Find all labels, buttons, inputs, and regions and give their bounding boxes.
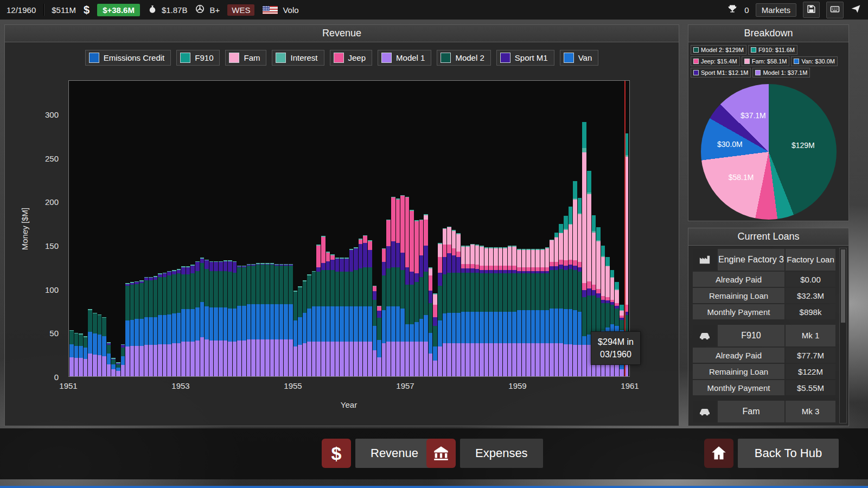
revenue-bar-month[interactable] [228, 81, 232, 376]
revenue-bar-month[interactable] [279, 81, 284, 376]
revenue-bar-month[interactable] [340, 81, 344, 376]
revenue-bar-month[interactable] [410, 81, 414, 376]
revenue-bar-month[interactable] [214, 81, 218, 376]
revenue-bar-month[interactable] [224, 81, 228, 376]
legend-item-emissions-credit[interactable]: Emissions Credit [85, 50, 171, 66]
revenue-bar-month[interactable] [335, 81, 340, 376]
revenue-bar-month[interactable] [158, 81, 162, 376]
revenue-tab-button[interactable]: $ Revenue [322, 439, 433, 468]
revenue-bar-month[interactable] [368, 81, 372, 376]
revenue-bar-month[interactable] [363, 81, 367, 376]
revenue-bar-month[interactable] [242, 81, 246, 376]
loans-scrollbar[interactable] [839, 248, 847, 423]
revenue-bar-month[interactable] [382, 81, 386, 376]
revenue-bar-month[interactable] [354, 81, 358, 376]
revenue-bar-month[interactable] [470, 81, 475, 376]
revenue-bar-month[interactable] [582, 81, 586, 376]
revenue-bar-month[interactable] [289, 81, 293, 376]
revenue-bar-month[interactable] [531, 81, 535, 376]
revenue-bar-month[interactable] [512, 81, 516, 376]
revenue-bar-month[interactable] [499, 81, 503, 376]
revenue-bar-month[interactable] [489, 81, 493, 376]
revenue-bar-month[interactable] [186, 81, 190, 376]
revenue-bar-month[interactable] [167, 81, 171, 376]
revenue-bar-month[interactable] [200, 81, 205, 376]
revenue-bar-month[interactable] [545, 81, 550, 376]
legend-item-model-2[interactable]: Model 2 [437, 50, 490, 66]
save-button[interactable] [803, 2, 820, 18]
revenue-bar-month[interactable] [373, 81, 377, 376]
revenue-bar-month[interactable] [88, 81, 92, 376]
revenue-chart-plot[interactable] [68, 80, 630, 377]
legend-item-sport-m1[interactable]: Sport M1 [496, 50, 554, 66]
revenue-bar-month[interactable] [270, 81, 275, 376]
legend-item-interest[interactable]: Interest [272, 50, 324, 66]
revenue-bar-month[interactable] [260, 81, 265, 376]
legend-item-f910[interactable]: F910 [176, 50, 220, 66]
revenue-bar-month[interactable] [573, 81, 577, 376]
revenue-bar-month[interactable] [559, 81, 563, 376]
revenue-bar-month[interactable] [349, 81, 354, 376]
revenue-bar-month[interactable] [237, 81, 241, 376]
revenue-bar-month[interactable] [326, 81, 330, 376]
legend-item-fam[interactable]: Fam [225, 50, 266, 66]
revenue-bar-month[interactable] [265, 81, 270, 376]
legend-item-jeep[interactable]: Jeep [330, 50, 373, 66]
paper-plane-icon[interactable] [850, 3, 861, 16]
revenue-bar-month[interactable] [508, 81, 512, 376]
expenses-tab-button[interactable]: Expenses [426, 439, 543, 468]
revenue-bar-month[interactable] [293, 81, 298, 376]
revenue-bar-month[interactable] [205, 81, 209, 376]
revenue-bar-month[interactable] [405, 81, 410, 376]
revenue-bar-month[interactable] [386, 81, 391, 376]
revenue-bar-month[interactable] [93, 81, 97, 376]
legend-item-model-1[interactable]: Model 1 [378, 50, 431, 66]
revenue-bar-month[interactable] [456, 81, 461, 376]
reports-button[interactable] [826, 2, 844, 18]
revenue-bar-month[interactable] [569, 81, 573, 376]
revenue-bar-month[interactable] [312, 81, 316, 376]
revenue-bar-month[interactable] [429, 81, 433, 376]
revenue-bar-month[interactable] [284, 81, 288, 376]
revenue-bar-month[interactable] [526, 81, 531, 376]
revenue-bar-month[interactable] [344, 81, 349, 376]
revenue-bar-month[interactable] [209, 81, 214, 376]
revenue-bar-month[interactable] [163, 81, 167, 376]
finances-icon[interactable]: $ [84, 4, 90, 16]
revenue-bar-month[interactable] [177, 81, 181, 376]
revenue-bar-month[interactable] [195, 81, 200, 376]
revenue-bar-month[interactable] [396, 81, 400, 376]
revenue-bar-month[interactable] [107, 81, 111, 376]
revenue-bar-month[interactable] [84, 81, 88, 376]
revenue-bar-month[interactable] [475, 81, 480, 376]
revenue-bar-month[interactable] [149, 81, 153, 376]
revenue-bar-month[interactable] [121, 81, 125, 376]
revenue-bar-month[interactable] [554, 81, 559, 376]
breakdown-pie-chart[interactable]: $129M$58.1M$30.0M$37.1M [701, 84, 837, 220]
revenue-bar-month[interactable] [461, 81, 465, 376]
revenue-bar-month[interactable] [443, 81, 447, 376]
revenue-bar-month[interactable] [275, 81, 279, 376]
revenue-bar-month[interactable] [391, 81, 395, 376]
revenue-bar-month[interactable] [424, 81, 428, 376]
revenue-bar-month[interactable] [307, 81, 311, 376]
revenue-bar-month[interactable] [190, 81, 195, 376]
revenue-bar-month[interactable] [74, 81, 79, 376]
revenue-bar-month[interactable] [316, 81, 321, 376]
revenue-bar-month[interactable] [219, 81, 223, 376]
revenue-bar-month[interactable] [414, 81, 419, 376]
revenue-bar-month[interactable] [144, 81, 149, 376]
revenue-bar-month[interactable] [79, 81, 83, 376]
revenue-bar-month[interactable] [298, 81, 302, 376]
revenue-bar-month[interactable] [564, 81, 568, 376]
revenue-bar-month[interactable] [359, 81, 363, 376]
revenue-bar-month[interactable] [102, 81, 106, 376]
revenue-bar-month[interactable] [303, 81, 307, 376]
revenue-bar-month[interactable] [116, 81, 120, 376]
markets-button[interactable]: Markets [756, 3, 796, 17]
back-to-hub-button[interactable]: Back To Hub [704, 439, 839, 468]
scrollbar-thumb[interactable] [841, 249, 845, 323]
revenue-bar-month[interactable] [535, 81, 540, 376]
revenue-bar-month[interactable] [447, 81, 451, 376]
revenue-bar-month[interactable] [377, 81, 381, 376]
